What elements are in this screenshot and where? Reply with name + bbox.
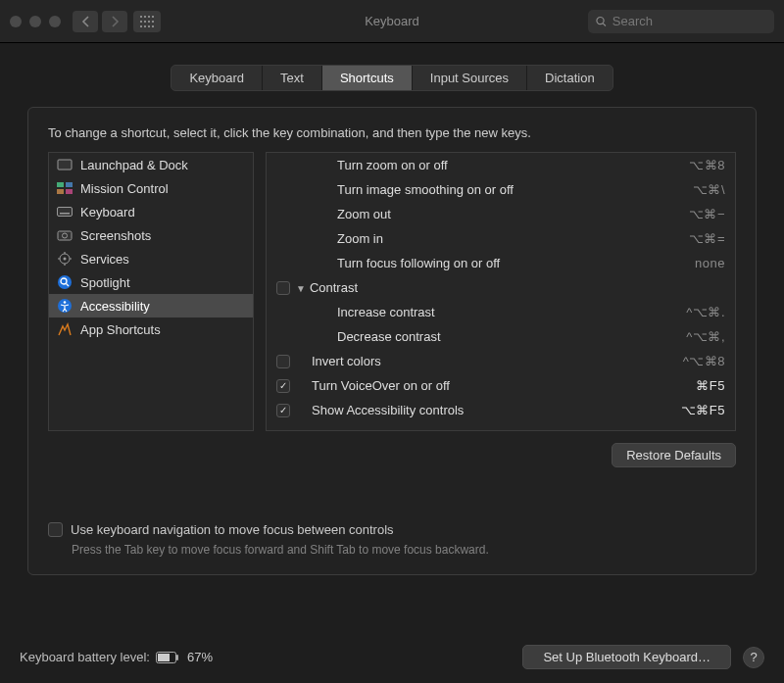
- shortcut-row[interactable]: Decrease contrast^⌥⌘,: [267, 324, 735, 349]
- shortcut-label: Turn zoom on or off: [294, 158, 689, 172]
- sidebar-item-services[interactable]: Services: [49, 247, 253, 270]
- svg-rect-2: [148, 16, 150, 18]
- shortcut-key[interactable]: ⌥⌘\: [693, 182, 725, 197]
- shortcut-key[interactable]: ⌘F5: [696, 378, 725, 393]
- shortcut-key[interactable]: ⌥⌘=: [689, 231, 725, 246]
- svg-line-13: [603, 23, 606, 25]
- keyboard-nav-row: Use keyboard navigation to move focus be…: [48, 522, 736, 537]
- shortcut-checkbox[interactable]: [276, 379, 290, 393]
- shortcut-row[interactable]: Zoom in⌥⌘=: [267, 226, 735, 251]
- sidebar-item-label: Keyboard: [80, 205, 135, 220]
- shortcut-key[interactable]: ^⌥⌘.: [686, 305, 725, 319]
- restore-defaults-button[interactable]: Restore Defaults: [612, 443, 736, 467]
- back-button[interactable]: [73, 11, 98, 32]
- shortcut-key[interactable]: ⌥⌘8: [689, 158, 725, 172]
- shortcut-row[interactable]: ▼Contrast: [267, 275, 735, 300]
- svg-rect-18: [66, 189, 73, 194]
- shortcut-checkbox[interactable]: [276, 404, 290, 417]
- svg-rect-6: [148, 21, 150, 23]
- shortcut-row[interactable]: Show Accessibility controls⌥⌘F5: [267, 398, 735, 422]
- svg-point-29: [58, 275, 72, 289]
- shortcut-row[interactable]: Turn VoiceOver on or off⌘F5: [267, 373, 735, 398]
- tabs-row: KeyboardTextShortcutsInput SourcesDictat…: [0, 43, 784, 107]
- category-sidebar[interactable]: Launchpad & DockMission ControlKeyboardS…: [48, 152, 254, 431]
- show-all-button[interactable]: [133, 11, 161, 32]
- shortcut-row[interactable]: Zoom out⌥⌘−: [267, 202, 735, 226]
- titlebar: Keyboard: [0, 0, 784, 43]
- sidebar-item-launchpad[interactable]: Launchpad & Dock: [49, 153, 253, 176]
- sidebar-item-appshortcuts[interactable]: App Shortcuts: [49, 317, 253, 341]
- nav-back-forward: [73, 11, 127, 32]
- shortcut-row[interactable]: Increase contrast^⌥⌘.: [267, 300, 735, 324]
- window-controls: [10, 16, 61, 27]
- forward-button[interactable]: [102, 11, 127, 32]
- keyboard-icon: [57, 204, 73, 220]
- svg-rect-15: [57, 182, 64, 187]
- svg-rect-9: [144, 25, 146, 27]
- tab-dictation[interactable]: Dictation: [527, 66, 612, 90]
- shortcut-key[interactable]: ⌥⌘−: [689, 207, 725, 221]
- minimize-icon[interactable]: [29, 16, 41, 27]
- shortcut-label: Turn focus following on or off: [294, 256, 695, 270]
- disclosure-triangle-icon[interactable]: ▼: [296, 283, 306, 294]
- tab-shortcuts[interactable]: Shortcuts: [322, 66, 413, 90]
- shortcut-key[interactable]: ^⌥⌘,: [686, 329, 725, 344]
- search-field[interactable]: [588, 10, 774, 33]
- svg-rect-5: [144, 21, 146, 23]
- shortcut-key[interactable]: none: [695, 256, 725, 270]
- svg-rect-8: [140, 25, 142, 27]
- svg-rect-19: [58, 208, 73, 217]
- svg-rect-3: [152, 16, 154, 18]
- svg-point-33: [64, 301, 67, 304]
- shortcut-row[interactable]: Turn zoom on or off⌥⌘8: [267, 153, 735, 177]
- tab-text[interactable]: Text: [263, 66, 322, 90]
- window-title: Keyboard: [365, 14, 419, 28]
- svg-rect-11: [152, 25, 154, 27]
- footer: Keyboard battery level: 67% Set Up Bluet…: [20, 645, 764, 669]
- sidebar-item-keyboard[interactable]: Keyboard: [49, 200, 253, 223]
- shortcut-label: Invert colors: [294, 354, 683, 368]
- shortcut-row[interactable]: Turn image smoothing on or off⌥⌘\: [267, 177, 735, 202]
- svg-rect-7: [152, 21, 154, 23]
- shortcut-label: ▼Contrast: [294, 280, 725, 295]
- shortcut-row[interactable]: Turn focus following on or offnone: [267, 251, 735, 275]
- accessibility-icon: [57, 298, 73, 314]
- svg-rect-20: [60, 213, 70, 215]
- svg-rect-1: [144, 16, 146, 18]
- shortcut-key[interactable]: ⌥⌘F5: [681, 403, 725, 417]
- tab-input-sources[interactable]: Input Sources: [413, 66, 527, 90]
- close-icon[interactable]: [10, 16, 22, 27]
- sidebar-item-accessibility[interactable]: Accessibility: [49, 294, 253, 317]
- sidebar-item-mission[interactable]: Mission Control: [49, 176, 253, 200]
- svg-rect-36: [158, 654, 170, 661]
- preference-tabs: KeyboardTextShortcutsInput SourcesDictat…: [171, 65, 612, 91]
- zoom-icon[interactable]: [49, 16, 61, 27]
- svg-rect-0: [140, 16, 142, 18]
- shortcut-label: Turn VoiceOver on or off: [294, 378, 696, 393]
- sidebar-item-label: Spotlight: [80, 275, 130, 290]
- search-input[interactable]: [612, 14, 766, 28]
- keyboard-nav-checkbox[interactable]: [48, 522, 63, 537]
- sidebar-item-spotlight[interactable]: Spotlight: [49, 270, 253, 294]
- shortcut-checkbox[interactable]: [276, 281, 290, 295]
- sidebar-item-label: Services: [80, 252, 129, 267]
- svg-rect-17: [57, 189, 64, 194]
- appshortcuts-icon: [57, 321, 73, 337]
- svg-rect-16: [66, 182, 73, 187]
- shortcuts-panel: To change a shortcut, select it, click t…: [27, 107, 757, 575]
- sidebar-item-screenshots[interactable]: Screenshots: [49, 223, 253, 247]
- services-icon: [57, 251, 73, 267]
- tab-keyboard[interactable]: Keyboard: [172, 66, 263, 90]
- bluetooth-keyboard-button[interactable]: Set Up Bluetooth Keyboard…: [522, 645, 731, 669]
- shortcut-list[interactable]: Turn zoom on or off⌥⌘8Turn image smoothi…: [266, 152, 736, 431]
- battery-icon: [156, 652, 179, 663]
- shortcut-label: Increase contrast: [294, 305, 686, 319]
- help-button[interactable]: ?: [743, 647, 764, 668]
- keyboard-nav-hint: Press the Tab key to move focus forward …: [72, 543, 736, 557]
- mission-icon: [57, 180, 73, 196]
- shortcut-checkbox[interactable]: [276, 355, 290, 368]
- shortcut-row[interactable]: Invert colors^⌥⌘8: [267, 349, 735, 373]
- svg-rect-14: [58, 160, 72, 170]
- keyboard-nav-label: Use keyboard navigation to move focus be…: [71, 522, 394, 537]
- shortcut-key[interactable]: ^⌥⌘8: [683, 354, 725, 368]
